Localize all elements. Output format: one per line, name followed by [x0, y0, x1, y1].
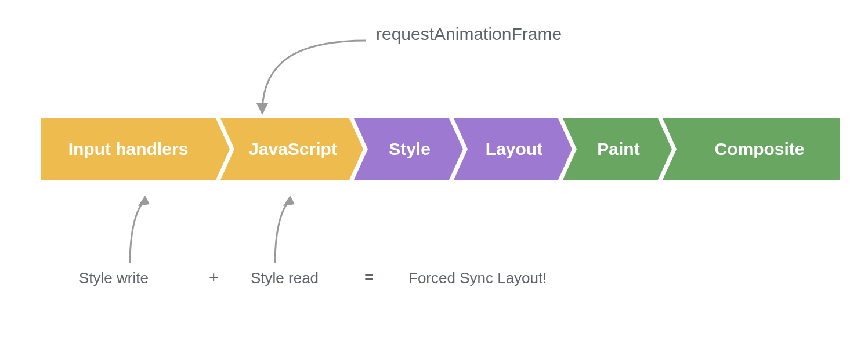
step-label: Layout — [486, 139, 542, 158]
step-layout: Layout — [454, 118, 558, 180]
step-composite: Composite — [663, 118, 840, 180]
raf-arrow-icon — [249, 35, 371, 122]
step-style: Style — [354, 118, 449, 180]
forced-sync-layout-label: Forced Sync Layout! — [408, 269, 547, 287]
step-label: Paint — [597, 139, 639, 158]
step-javascript: JavaScript — [220, 118, 349, 180]
step-input-handlers: Input handlers — [41, 118, 216, 180]
style-write-arrow-icon — [122, 194, 157, 264]
step-paint: Paint — [563, 118, 658, 180]
pipeline-row: Input handlers JavaScript Style Layout P… — [41, 118, 840, 180]
equals-symbol: = — [364, 268, 374, 287]
svg-marker-0 — [256, 103, 268, 115]
step-label: JavaScript — [249, 139, 337, 158]
step-label: Style — [389, 139, 431, 158]
style-read-label: Style read — [251, 269, 319, 287]
plus-symbol: + — [209, 268, 218, 287]
style-read-arrow-icon — [267, 194, 302, 264]
style-write-label: Style write — [79, 269, 149, 287]
step-label: Composite — [714, 139, 804, 158]
svg-marker-2 — [283, 196, 295, 206]
rendering-pipeline-diagram: requestAnimationFrame Input handlers Jav… — [0, 0, 868, 351]
step-label: Input handlers — [68, 139, 189, 158]
raf-label: requestAnimationFrame — [376, 24, 562, 44]
svg-marker-1 — [138, 196, 150, 206]
